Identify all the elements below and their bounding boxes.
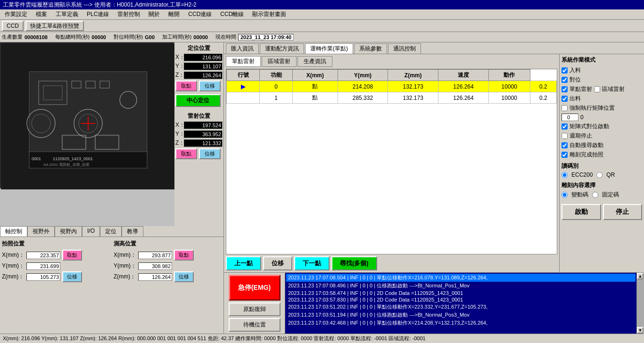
menu-item-about[interactable]: 關於 xyxy=(146,10,163,19)
cam-tab-axis[interactable]: 軸控制 xyxy=(0,226,27,237)
sub-tab-single[interactable]: 單點雷射 xyxy=(226,56,261,67)
quick-workorder-button[interactable]: 快捷工單&路徑預覽 xyxy=(25,21,84,31)
laser-move-btn[interactable]: 位移 xyxy=(199,148,221,159)
height-take-btn[interactable]: 取點 xyxy=(174,250,194,261)
cb-single-laser-check[interactable] xyxy=(561,86,568,92)
status-top: 生產數量 00008108 每點總時間(秒) 00000 對位時間(秒) G00… xyxy=(0,32,644,42)
height-move-btn[interactable]: 位移 xyxy=(174,271,194,282)
menu-item-ccd-connect[interactable]: CCD連線 xyxy=(185,10,215,19)
next-point-btn[interactable]: 下一點 xyxy=(294,256,330,270)
right-tab-comms[interactable]: 通訊控制 xyxy=(388,43,421,54)
right-tab-motion[interactable]: 運動配方資訊 xyxy=(260,43,304,54)
cb-periodic-stop-check[interactable] xyxy=(561,133,568,139)
height-z-input[interactable] xyxy=(138,273,172,281)
log-line-4: 2023.11.23 17:03:51.202 | INF | 0 | 0 | … xyxy=(286,303,636,311)
emergency-stop-button[interactable]: 急停(EMG) xyxy=(229,275,281,301)
cb-input-label: 入料 xyxy=(570,66,581,74)
cb-photo-done-label: 雕刻完成拍照 xyxy=(570,151,603,159)
cam-tab-outer[interactable]: 視野外 xyxy=(27,226,55,237)
cb-matrix-align-check[interactable] xyxy=(561,123,568,130)
log-lines: 2023.11.23 17:07:08.504 | INF | 0 | 0 | … xyxy=(285,273,636,334)
log-line-1: 2023.11.23 17:07:08.496 | INF | 0 | 0 | … xyxy=(286,282,636,290)
spinner-input[interactable] xyxy=(561,114,578,121)
photo-y-input[interactable] xyxy=(26,262,60,270)
radio-variable-code[interactable] xyxy=(561,192,568,198)
cb-area-laser-check[interactable] xyxy=(594,86,600,92)
radio-fixed-code[interactable] xyxy=(592,192,598,198)
laser-x-input[interactable] xyxy=(184,122,223,129)
radio-fixed-label: 固定碼 xyxy=(602,191,619,199)
photo-x-input[interactable] xyxy=(26,252,60,259)
menu-item-show-laser[interactable]: 顯示雷射畫面 xyxy=(249,10,289,19)
laser-y-input[interactable] xyxy=(184,131,223,138)
cb-align-check[interactable] xyxy=(561,77,568,83)
start-button[interactable]: 啟動 xyxy=(561,204,601,220)
system-panel: 系統作業模式 入料 對位 單點雷射 區域雷射 出料 xyxy=(559,54,644,272)
sub-tab-production[interactable]: 生產資訊 xyxy=(297,56,332,67)
sub-tab-area[interactable]: 區域雷射 xyxy=(262,56,297,67)
photo-y-label: Y(mm)： xyxy=(2,262,26,270)
scroll-up-btn[interactable]: ▲ xyxy=(637,273,644,279)
height-x-input[interactable] xyxy=(138,252,172,259)
height-x-row: X(mm)： 取點 xyxy=(114,250,222,261)
menu-item-laser-ctrl[interactable]: 雷射控制 xyxy=(115,10,143,19)
menu-item-workorder[interactable]: 工單定義 xyxy=(53,10,81,19)
standby-position-button[interactable]: 待機位置 xyxy=(229,318,281,332)
stop-button[interactable]: 停止 xyxy=(603,204,643,220)
right-tab-import[interactable]: 匯入資訊 xyxy=(226,43,259,54)
move-btn[interactable]: 位移 xyxy=(263,256,292,270)
scroll-down-btn[interactable]: ▼ xyxy=(637,327,644,334)
table-cell-action: 0.2 xyxy=(530,81,556,92)
cb-output: 出料 xyxy=(561,95,642,103)
laser-z-input[interactable] xyxy=(184,139,223,147)
spinner-row: 0 xyxy=(561,114,642,121)
photo-take-btn[interactable]: 取點 xyxy=(62,250,82,261)
cam-tab-inner[interactable]: 視野內 xyxy=(55,226,82,237)
cb-output-check[interactable] xyxy=(561,96,568,102)
cam-tab-teach[interactable]: 教導 xyxy=(122,226,143,237)
table-row-arrow xyxy=(227,92,260,104)
cb-single-area-row: 單點雷射 區域雷射 xyxy=(561,85,642,93)
pos-take-point-btn[interactable]: 取點 xyxy=(175,81,197,91)
menu-item-exit[interactable]: 離開 xyxy=(165,10,182,19)
cb-auto-search-check[interactable] xyxy=(561,142,568,148)
laser-take-point-btn[interactable]: 取點 xyxy=(175,148,197,159)
pos-x-input[interactable] xyxy=(184,54,223,61)
emergency-section: 急停(EMG) 原點復歸 待機位置 xyxy=(224,273,285,334)
right-tab-sysparams[interactable]: 系統參數 xyxy=(354,43,387,54)
log-scrollbar[interactable]: ▲ ▼ xyxy=(636,273,644,334)
menu-item-file[interactable]: 檔案 xyxy=(33,10,50,19)
radio-qr[interactable] xyxy=(596,172,603,178)
title-bar: 工業零件雲端履歷追溯顯示系統 ---> 使用者：H0001,Administra… xyxy=(0,0,644,9)
cb-auto-search-label: 自動搜尋啟動 xyxy=(570,141,603,149)
pos-z-input[interactable] xyxy=(184,72,223,79)
per-point-label: 每點總時間(秒) xyxy=(55,33,90,41)
pos-move-btn[interactable]: 位移 xyxy=(199,81,221,91)
photo-z-input[interactable] xyxy=(26,273,60,281)
table-cell-x: 285.332 xyxy=(338,92,388,104)
menu-item-plc[interactable]: PLC連線 xyxy=(84,10,112,19)
radio-ecc200[interactable] xyxy=(561,172,568,178)
find-multi-btn[interactable]: 尋找(多個) xyxy=(331,256,377,270)
photo-x-row: X(mm)： 取點 xyxy=(2,250,110,261)
pos-y-input[interactable] xyxy=(184,63,223,70)
center-position-btn[interactable]: 中心定位 xyxy=(175,94,221,107)
cb-force-matrix-check[interactable] xyxy=(561,105,568,111)
current-time-value: 2023_11_23 17:09:40 xyxy=(238,34,294,41)
cb-input-check[interactable] xyxy=(561,67,568,74)
table-cell-y: 132.173 xyxy=(388,81,438,92)
menu-bar: 作業設定 檔案 工單定義 PLC連線 雷射控制 關於 離開 CCD連線 CCD離… xyxy=(0,9,644,20)
cb-photo-done-check[interactable] xyxy=(561,152,568,158)
height-y-input[interactable] xyxy=(138,262,172,270)
menu-item-ccd-disconnect[interactable]: CCD離線 xyxy=(217,10,247,19)
reader-radio-group: ECC200 QR xyxy=(561,172,642,178)
prev-point-btn[interactable]: 上一點 xyxy=(226,256,261,270)
menu-item-settings[interactable]: 作業設定 xyxy=(2,10,30,19)
cam-tab-io[interactable]: I/O xyxy=(82,226,100,237)
ccd-button[interactable]: CCD xyxy=(2,21,24,31)
photo-move-btn[interactable]: 位移 xyxy=(62,271,82,282)
right-tab-operation[interactable]: 運轉作業(單點) xyxy=(305,43,353,54)
origin-return-button[interactable]: 原點復歸 xyxy=(229,302,281,316)
svg-text:1120925_1423_0001: 1120925_1423_0001 xyxy=(53,156,93,161)
cam-tab-position[interactable]: 定位 xyxy=(100,226,122,237)
